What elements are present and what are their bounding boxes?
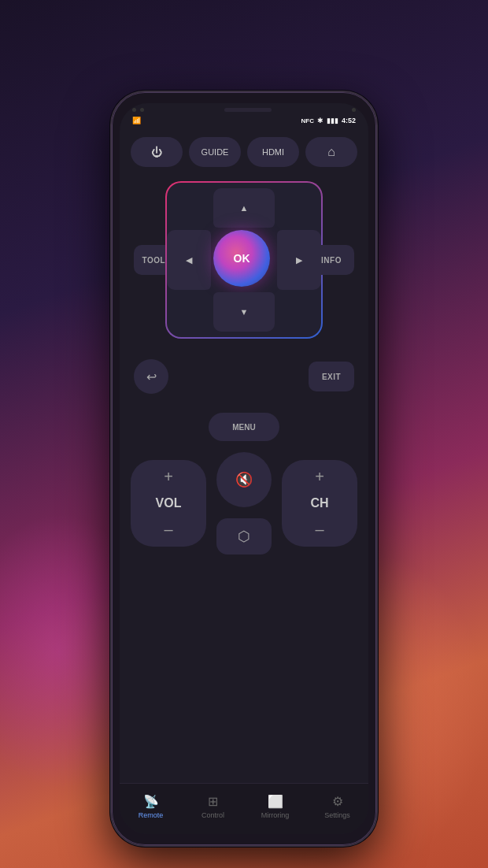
menu-button[interactable]: MENU — [209, 413, 279, 441]
back-button[interactable]: ↩ — [134, 359, 168, 394]
ch-plus: + — [315, 468, 324, 486]
menu-row: MENU — [131, 413, 357, 441]
vol-label: VOL — [156, 496, 182, 510]
status-bar: 📶 NFC ✱ ▮▮▮ 4:52 — [120, 115, 368, 129]
tab-settings-label: Settings — [324, 811, 350, 819]
vol-ch-section: + VOL – 🔇 ⬡ + CH – — [131, 452, 357, 555]
bluetooth-icon: ✱ — [317, 117, 323, 124]
ch-minus: – — [315, 521, 323, 539]
tab-control-icon: ⊞ — [208, 794, 218, 809]
vol-plus: + — [164, 468, 173, 486]
guide-button[interactable]: GUIDE — [189, 137, 241, 167]
phone-frame: 📶 NFC ✱ ▮▮▮ 4:52 ⏻ GUIDE HDMI ⌂ — [110, 91, 378, 847]
tab-control[interactable]: ⊞ Control — [182, 794, 244, 819]
wifi-icon: 📶 — [132, 117, 141, 124]
ch-label: CH — [310, 496, 328, 510]
source-button[interactable]: ⬡ — [216, 518, 272, 555]
ch-button[interactable]: + CH – — [282, 460, 357, 547]
tab-settings[interactable]: ⚙ Settings — [306, 794, 368, 819]
back-icon: ↩ — [146, 369, 157, 384]
tab-settings-icon: ⚙ — [332, 794, 343, 809]
tab-mirroring-label: Mirroring — [261, 811, 290, 819]
nav-cross: ▲ ◀ OK ▶ — [165, 181, 323, 339]
source-icon: ⬡ — [238, 528, 250, 545]
mute-icon: 🔇 — [235, 471, 253, 488]
top-button-row: ⏻ GUIDE HDMI ⌂ — [131, 137, 357, 167]
vol-minus: – — [164, 521, 172, 539]
mute-button[interactable]: 🔇 — [216, 452, 272, 507]
tab-control-label: Control — [201, 811, 224, 819]
nav-down-button[interactable]: ▼ — [213, 292, 275, 332]
back-exit-row: ↩ EXIT — [131, 359, 357, 394]
nav-botright-empty — [277, 292, 321, 332]
nfc-icon: NFC — [301, 117, 314, 124]
speaker-bar — [224, 108, 272, 112]
phone-screen: 📶 NFC ✱ ▮▮▮ 4:52 ⏻ GUIDE HDMI ⌂ — [120, 103, 368, 834]
vol-button[interactable]: + VOL – — [131, 460, 206, 547]
nav-up-button[interactable]: ▲ — [213, 188, 275, 228]
time-display: 4:52 — [342, 117, 356, 124]
tab-remote-label: Remote — [139, 811, 164, 819]
exit-button[interactable]: EXIT — [309, 362, 354, 391]
ok-button[interactable]: OK — [213, 230, 270, 287]
nav-topleft-empty — [167, 188, 211, 228]
nav-topright-empty — [277, 188, 321, 228]
home-button[interactable]: ⌂ — [305, 137, 357, 167]
nav-right-button[interactable]: ▶ — [277, 230, 321, 290]
tab-mirroring[interactable]: ⬜ Mirroring — [244, 794, 306, 819]
camera-dot-2 — [140, 108, 144, 112]
nav-botleft-empty — [167, 292, 211, 332]
nav-left-button[interactable]: ◀ — [167, 230, 211, 290]
tab-mirroring-icon: ⬜ — [268, 794, 283, 809]
battery-icon: ▮▮▮ — [327, 117, 338, 124]
hdmi-button[interactable]: HDMI — [247, 137, 299, 167]
power-button[interactable]: ⏻ — [131, 137, 183, 167]
camera-dot-3 — [352, 108, 356, 112]
tab-bar: 📡 Remote ⊞ Control ⬜ Mirroring ⚙ Setting… — [120, 783, 368, 834]
tab-remote[interactable]: 📡 Remote — [120, 794, 182, 819]
camera-dot-1 — [132, 108, 136, 112]
tab-remote-icon: 📡 — [143, 794, 159, 809]
